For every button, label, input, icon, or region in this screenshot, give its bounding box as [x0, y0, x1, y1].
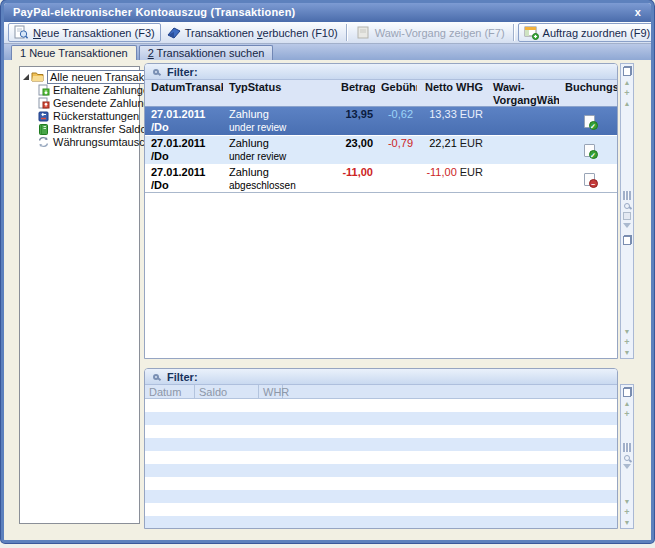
received-payments-icon [37, 84, 50, 96]
transaction-categories-tree: Alle neuen Transaktionen Erhaltene Zahlu… [19, 66, 140, 524]
go-first-row-icon[interactable]: ▲ [624, 79, 631, 86]
column-chooser-icon[interactable] [623, 443, 631, 452]
column-header-whr[interactable]: WHR [259, 385, 283, 398]
currency-exchange-icon [37, 136, 50, 148]
tree-item-erhaltene-zahlungen[interactable]: Erhaltene Zahlungen [20, 84, 139, 96]
tree-item-waehrungsumtausch[interactable]: Währungsumtausch [20, 136, 139, 148]
column-header-datum[interactable]: DatumTransaktionscode [145, 80, 223, 106]
tree-item-gesendete-zahlungen[interactable]: Gesendete Zahlungen [20, 97, 139, 109]
transaction-row[interactable]: 27.01.2011 /Do9GH494735E3866936 Zahlungu… [145, 136, 617, 164]
close-button[interactable]: x [635, 3, 641, 22]
grid-filter-icon[interactable] [623, 464, 631, 473]
grid-empty-area [145, 194, 617, 358]
copy-rows-icon[interactable] [623, 235, 632, 245]
tab-bar: 1 Neue Transaktionen 2 Transaktionen suc… [4, 44, 651, 60]
insert-row-icon[interactable]: + [624, 410, 629, 418]
go-last-row-icon[interactable]: ▼ [624, 349, 631, 356]
assign-order-icon [524, 25, 539, 40]
empty-row [145, 451, 617, 464]
filter-label: Filter: [167, 66, 198, 78]
main-content: Alle neuen Transaktionen Erhaltene Zahlu… [4, 60, 651, 540]
go-next-row-icon[interactable]: ▼ [624, 328, 631, 335]
transactions-filter-bar[interactable]: Filter: [145, 64, 617, 80]
insert-row-icon[interactable]: + [624, 89, 629, 97]
assign-order-label: Auftrag zuordnen (F9) [543, 27, 651, 39]
go-last-row-icon[interactable]: ▼ [624, 519, 631, 526]
empty-row [145, 516, 617, 529]
empty-row [145, 477, 617, 490]
folder-open-icon [31, 71, 44, 83]
empty-row [145, 464, 617, 477]
new-transactions-icon [14, 25, 29, 40]
screen: PayPal-elektronischer Kontoauszug (Trans… [0, 0, 655, 548]
grid-search-icon[interactable] [624, 203, 630, 209]
refunds-icon [37, 110, 50, 122]
new-transactions-label: Neue Transaktionen (F3) [33, 27, 155, 39]
grid-search-icon[interactable] [624, 455, 630, 461]
show-wawi-process-label: Wawi-Vorgang zeigen (F7) [375, 27, 505, 39]
transaction-row[interactable]: 27.01.2011 /Do43E989696C6535442 Zahlunga… [145, 165, 617, 193]
append-row-icon[interactable]: + [624, 338, 629, 346]
title-bar: PayPal-elektronischer Kontoauszug (Trans… [4, 3, 651, 22]
tree-item-rueckerstattungen[interactable]: Rückerstattungen [20, 110, 139, 122]
saldo-grid: Filter: Datum Saldo WHR [144, 368, 618, 529]
post-transactions-button[interactable]: Transaktionen verbuchen (F10) [161, 23, 343, 42]
column-header-netto-whg[interactable]: Netto WHG [417, 80, 487, 106]
show-wawi-process-icon [356, 25, 371, 40]
column-header-saldo[interactable]: Saldo [195, 385, 259, 398]
export-grid-icon[interactable] [623, 387, 632, 397]
go-next-row-icon[interactable]: ▼ [624, 498, 631, 505]
transactions-grid: Filter: DatumTransaktionscode TypStatus … [144, 63, 618, 359]
toolbar-separator [513, 24, 515, 41]
assign-order-button[interactable]: Auftrag zuordnen (F9) [518, 23, 654, 42]
filter-search-icon [153, 374, 159, 380]
bookable-check-icon: ✓ [584, 144, 595, 157]
column-chooser-icon[interactable] [623, 191, 631, 200]
toolbar-separator [346, 24, 348, 41]
paypal-statement-window: PayPal-elektronischer Kontoauszug (Trans… [1, 0, 654, 543]
bookable-check-icon: ✓ [584, 115, 595, 128]
tab-neue-transaktionen-label: 1 Neue Transaktionen [20, 47, 128, 59]
empty-row [145, 438, 617, 451]
empty-row [145, 399, 617, 412]
filter-search-icon [153, 69, 159, 75]
empty-row [145, 425, 617, 438]
transactions-grid-side-toolbar: ▲ + ▲ ▼ + ▼ [620, 63, 634, 359]
window-title: PayPal-elektronischer Kontoauszug (Trans… [13, 6, 295, 18]
transactions-grid-header: DatumTransaktionscode TypStatus Betrag G… [145, 80, 617, 107]
new-transactions-button[interactable]: Neue Transaktionen (F3) [8, 23, 161, 42]
tab-neue-transaktionen[interactable]: 1 Neue Transaktionen [11, 45, 137, 60]
tab-transaktionen-suchen[interactable]: 2 Transaktionen suchen [139, 45, 274, 60]
saldo-grid-header: Datum Saldo WHR [145, 385, 617, 399]
not-bookable-icon: − [584, 173, 595, 186]
saldo-grid-side-toolbar: ▲ + ▼ + ▼ [620, 384, 634, 529]
filter-label: Filter: [167, 371, 198, 383]
export-grid-icon[interactable] [623, 66, 632, 76]
empty-row [145, 412, 617, 425]
grid-save-layout-icon[interactable] [623, 212, 631, 220]
tree-expander-icon[interactable] [23, 74, 29, 80]
post-transactions-icon [166, 25, 181, 40]
column-header-wawi-vorgang[interactable]: Wawi-VorgangWährungskurs [487, 80, 559, 106]
column-header-buchungsfaehig[interactable]: Buchungsfähig [559, 80, 617, 106]
column-header-typ[interactable]: TypStatus [223, 80, 335, 106]
tree-item-root[interactable]: Alle neuen Transaktionen [20, 71, 139, 83]
toolbar: Neue Transaktionen (F3) Transaktionen ve… [4, 22, 651, 44]
banktransfer-icon [37, 123, 50, 135]
tree-item-banktransfer-saldo[interactable]: Banktransfer Saldo [20, 123, 139, 135]
go-previous-row-icon[interactable]: ▲ [624, 100, 631, 107]
column-header-gebuehr[interactable]: Gebühr [375, 80, 417, 106]
saldo-filter-bar[interactable]: Filter: [145, 369, 617, 385]
transaction-row-selected[interactable]: 27.01.2011 /Do8CK9789711989861D Zahlungu… [145, 107, 617, 135]
grid-filter-icon[interactable] [623, 223, 631, 232]
tab-transaktionen-suchen-label: Transaktionen suchen [154, 47, 265, 59]
go-first-row-icon[interactable]: ▲ [624, 400, 631, 407]
show-wawi-process-button[interactable]: Wawi-Vorgang zeigen (F7) [351, 23, 510, 42]
post-transactions-label: Transaktionen verbuchen (F10) [185, 27, 338, 39]
empty-row [145, 490, 617, 503]
sent-payments-icon [37, 97, 50, 109]
append-row-icon[interactable]: + [624, 508, 629, 516]
column-header-betrag[interactable]: Betrag [335, 80, 375, 106]
column-header-datum[interactable]: Datum [145, 385, 195, 398]
empty-row [145, 503, 617, 516]
